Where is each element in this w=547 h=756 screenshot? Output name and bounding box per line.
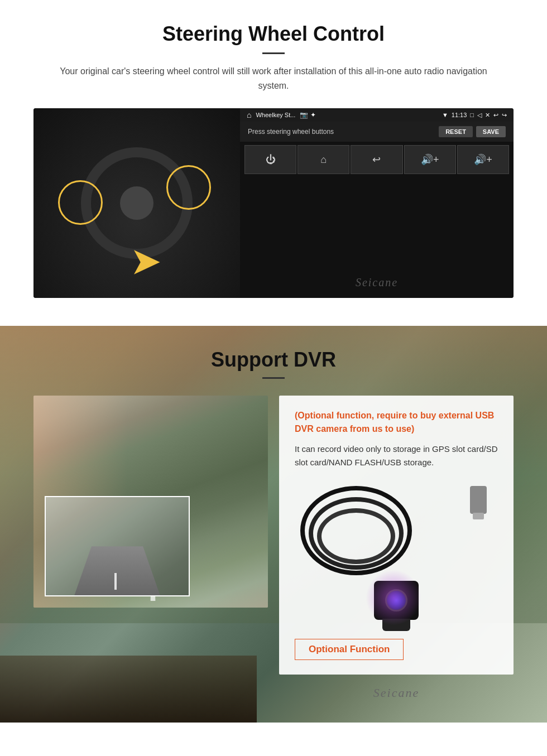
android-buttons-grid: ⏻ ⌂ ↩ 🔊+ 🔊+ <box>240 142 514 177</box>
app-name-label: Wheelkey St... <box>256 112 295 118</box>
seicane-watermark-steering: Seicane <box>356 276 398 289</box>
android-toolbar: Press steering wheel buttons RESET SAVE <box>240 122 514 142</box>
toolbar-prompt: Press steering wheel buttons <box>248 128 334 136</box>
time-display: 11:13 <box>452 112 467 118</box>
dvr-inset-photo <box>45 496 190 596</box>
power-button[interactable]: ⏻ <box>244 145 296 174</box>
dvr-left-panel <box>33 396 268 608</box>
steering-title: Steering Wheel Control <box>33 22 514 46</box>
back2-icon: ↪ <box>502 112 507 119</box>
home-button[interactable]: ⌂ <box>298 145 349 174</box>
wheel-center <box>120 186 153 220</box>
dvr-optional-note: (Optional function, require to buy exter… <box>295 409 498 436</box>
vol-up-button[interactable]: 🔊+ <box>404 145 456 174</box>
dvr-section: Support DVR <box>0 326 547 723</box>
volume-icon: ◁ <box>477 112 482 119</box>
dvr-body: (Optional function, require to buy exter… <box>33 396 514 700</box>
dvr-title: Support DVR <box>33 348 514 372</box>
seicane-watermark-dvr: Seicane <box>279 686 514 700</box>
dvr-info-card: (Optional function, require to buy exter… <box>279 396 514 675</box>
dvr-title-area: Support DVR <box>33 348 514 379</box>
steering-image-container: ➤ ⌂ Wheelkey St... 📷 ✦ ▼ 11:13 □ ◁ ✕ ↩ ↪ <box>33 108 514 298</box>
back-icon: ↩ <box>493 112 498 119</box>
reset-button[interactable]: RESET <box>439 126 473 137</box>
usb-tip <box>473 513 484 519</box>
title-divider <box>262 52 285 54</box>
dvr-product-image <box>295 480 498 625</box>
steering-wheel-section: Steering Wheel Control Your original car… <box>0 0 547 326</box>
optional-function-badge-container: Optional Function <box>295 634 498 660</box>
status-icons: 📷 ✦ <box>300 111 315 119</box>
dvr-title-divider <box>262 377 285 379</box>
save-button[interactable]: SAVE <box>476 126 506 137</box>
inset-stripe <box>114 573 117 590</box>
steering-wheel-bg: ➤ <box>33 108 240 298</box>
status-bar-left: ⌂ Wheelkey St... 📷 ✦ <box>247 110 316 119</box>
camera-icon: □ <box>470 112 474 118</box>
optional-function-badge: Optional Function <box>295 639 404 660</box>
arrow-overlay: ➤ <box>131 242 159 281</box>
wifi-icon: ▼ <box>442 112 448 118</box>
dvr-content: Support DVR <box>0 326 547 723</box>
status-bar-right: ▼ 11:13 □ ◁ ✕ ↩ ↪ <box>442 112 507 119</box>
back-button[interactable]: ↩ <box>351 145 402 174</box>
usb-connector <box>470 486 487 514</box>
home-icon: ⌂ <box>247 110 251 119</box>
steering-subtitle: Your original car's steering wheel contr… <box>56 64 491 93</box>
android-screen-bottom: Seicane <box>240 177 514 298</box>
android-status-bar: ⌂ Wheelkey St... 📷 ✦ ▼ 11:13 □ ◁ ✕ ↩ ↪ <box>240 108 514 122</box>
dvr-right-panel: (Optional function, require to buy exter… <box>279 396 514 700</box>
android-screen: ⌂ Wheelkey St... 📷 ✦ ▼ 11:13 □ ◁ ✕ ↩ ↪ P… <box>240 108 514 298</box>
steering-wheel-photo: ➤ <box>33 108 240 298</box>
cable-loop-3 <box>317 508 395 564</box>
camera-glow <box>366 570 421 625</box>
toolbar-buttons: RESET SAVE <box>439 126 506 137</box>
dvr-description: It can record video only to storage in G… <box>295 442 498 469</box>
right-button-highlight <box>166 165 211 210</box>
vol-down-button[interactable]: 🔊+ <box>457 145 509 174</box>
close-icon: ✕ <box>485 112 490 119</box>
